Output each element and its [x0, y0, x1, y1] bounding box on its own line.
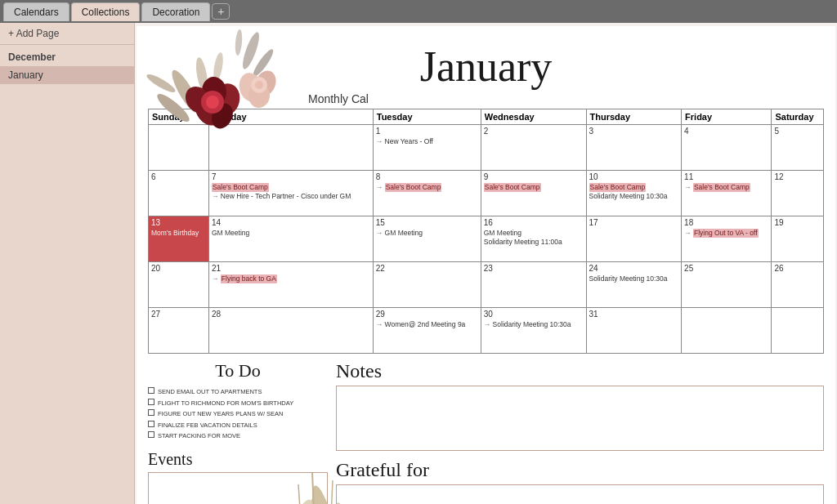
content-area[interactable]: January Monthly Cal Sunday Monday Tuesda… — [135, 23, 837, 504]
col-friday: Friday — [682, 109, 772, 125]
cell-jan17: 17 — [586, 216, 682, 262]
cell-jan3: 3 — [586, 125, 682, 171]
cell-jan11: 11 → Sale's Boot Camp — [682, 171, 772, 216]
todo-checkbox[interactable] — [148, 399, 154, 405]
notes-box[interactable] — [336, 386, 824, 451]
table-row: 1 → New Years - Off 2 3 4 5 — [149, 125, 824, 171]
cell-jan7: 7 Sale's Boot Camp → New Hire - Tech Par… — [208, 171, 373, 216]
todo-checkbox[interactable] — [148, 431, 154, 438]
cell-jan5: 5 — [772, 125, 824, 171]
cell-jan21: 21 → Flying back to GA — [208, 262, 373, 308]
cell-jan19: 19 — [772, 216, 824, 262]
tab-bar: Calendars Collections Decoration + — [0, 0, 837, 23]
todo-title: To Do — [148, 360, 328, 381]
cell-jan29: 29 → Women@ 2nd Meeting 9a — [373, 308, 481, 354]
cell-jan2: 2 — [481, 125, 586, 171]
left-bottom: To Do SEND EMAIL OUT TO APARTMENTS FLIGH… — [148, 360, 328, 504]
table-row: 6 7 Sale's Boot Camp → New Hire - Tech P… — [149, 171, 824, 216]
cell-jan16: 16 GM Meeting Solidarity Meeting 11:00a — [481, 216, 586, 262]
cell-jan15: 15 → GM Meeting — [373, 216, 481, 262]
cell-jan10: 10 Sale's Boot Camp Solidarity Meeting 1… — [586, 171, 682, 216]
right-bottom: Notes Grateful for — [336, 360, 824, 504]
sidebar-item-january[interactable]: January — [0, 66, 134, 84]
col-monday: Monday — [208, 109, 373, 125]
table-row: 27 28 29 → Women@ 2nd Meeting 9a 30 → So… — [149, 308, 824, 354]
todo-item: FLIGHT TO RICHMOND FOR MOM'S BIRTHDAY — [148, 398, 328, 409]
calendar-table: Sunday Monday Tuesday Wednesday Thursday… — [148, 109, 824, 354]
cell-empty — [149, 125, 209, 171]
cell-jan30: 30 → Solidarity Meeting 10:30a — [481, 308, 586, 354]
page-canvas: January Monthly Cal Sunday Monday Tuesda… — [137, 26, 835, 504]
cell-jan31: 31 — [586, 308, 682, 354]
cell-jan25: 25 — [682, 262, 772, 308]
cell-empty — [208, 125, 373, 171]
cell-jan22: 22 — [373, 262, 481, 308]
todo-item: SEND EMAIL OUT TO APARTMENTS — [148, 386, 328, 398]
tab-decoration[interactable]: Decoration — [141, 2, 210, 21]
cell-jan4: 4 — [682, 125, 772, 171]
col-saturday: Saturday — [772, 109, 824, 125]
col-wednesday: Wednesday — [481, 109, 586, 125]
col-thursday: Thursday — [586, 109, 682, 125]
events-section: Events — [148, 450, 328, 505]
todo-item: FINALIZE FEB VACATION DETAILS — [148, 420, 328, 431]
add-page-button[interactable]: + Add Page — [0, 23, 134, 45]
notes-title: Notes — [336, 360, 824, 382]
todo-item: START PACKING FOR MOVE — [148, 430, 328, 442]
todo-checkbox[interactable] — [148, 387, 154, 394]
todo-item: FIGURE OUT NEW YEARS PLANS W/ SEAN — [148, 408, 328, 420]
cell-jan24: 24 Solidarity Meeting 10:30a — [586, 262, 682, 308]
sidebar-section-december: December — [0, 45, 134, 66]
cell-jan27: 27 — [149, 308, 209, 354]
table-row: 20 21 → Flying back to GA 22 23 24 Solid… — [149, 262, 824, 308]
table-row: 13 Mom's Birthday 14 GM Meeting 15 → GM … — [149, 216, 824, 262]
col-tuesday: Tuesday — [373, 109, 481, 125]
events-box[interactable] — [148, 472, 328, 505]
todo-list: SEND EMAIL OUT TO APARTMENTS FLIGHT TO R… — [148, 386, 328, 442]
cell-jan12: 12 — [772, 171, 824, 216]
bottom-section: To Do SEND EMAIL OUT TO APARTMENTS FLIGH… — [145, 360, 827, 504]
cell-jan26: 26 — [772, 262, 824, 308]
calendar-container: Sunday Monday Tuesday Wednesday Thursday… — [148, 109, 824, 354]
col-sunday: Sunday — [149, 109, 209, 125]
cell-jan14: 14 GM Meeting — [208, 216, 373, 262]
monthly-cal-label: Monthly Cal — [308, 92, 827, 105]
grateful-title: Grateful for — [336, 459, 824, 481]
cell-jan18: 18 → Flying Out to VA - off — [682, 216, 772, 262]
grateful-box[interactable] — [336, 484, 824, 504]
todo-checkbox[interactable] — [148, 421, 154, 427]
add-tab-button[interactable]: + — [212, 3, 230, 20]
cell-jan13: 13 Mom's Birthday — [149, 216, 209, 262]
svg-point-14 — [206, 96, 219, 109]
events-title: Events — [148, 450, 328, 469]
cell-jan9: 9 Sale's Boot Camp — [481, 171, 586, 216]
month-title: January — [145, 42, 827, 91]
cell-jan23: 23 — [481, 262, 586, 308]
tab-collections[interactable]: Collections — [71, 2, 141, 21]
tab-calendars[interactable]: Calendars — [3, 2, 69, 21]
cell-jan1: 1 → New Years - Off — [373, 125, 481, 171]
cell-empty — [682, 308, 772, 354]
todo-checkbox[interactable] — [148, 409, 154, 416]
todo-section: To Do SEND EMAIL OUT TO APARTMENTS FLIGH… — [148, 360, 328, 442]
sidebar: + Add Page December January — [0, 23, 135, 504]
main-layout: + Add Page December January — [0, 23, 837, 504]
cell-empty — [772, 308, 824, 354]
cell-jan28: 28 — [208, 308, 373, 354]
cell-jan6: 6 — [149, 171, 209, 216]
cell-jan20: 20 — [149, 262, 209, 308]
cell-jan8: 8 → Sale's Boot Camp — [373, 171, 481, 216]
